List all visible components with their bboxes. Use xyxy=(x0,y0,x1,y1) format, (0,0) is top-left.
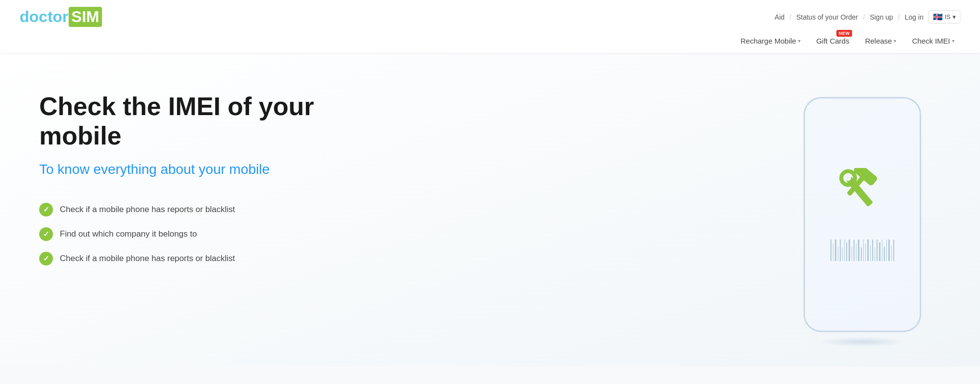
barcode-bar xyxy=(858,240,859,261)
check-imei-nav[interactable]: Check IMEI ▾ xyxy=(906,34,960,48)
separator-1: / xyxy=(789,13,791,21)
barcode-bar xyxy=(884,246,885,261)
barcode-bar xyxy=(844,240,845,261)
barcode-bar xyxy=(891,245,892,261)
tools-icon xyxy=(830,168,894,222)
barcode-bar xyxy=(835,240,836,261)
sign-up-link[interactable]: Sign up xyxy=(870,13,893,21)
chevron-down-icon: ▾ xyxy=(894,38,896,44)
barcode-bar xyxy=(879,242,880,261)
feature-text-3: Check if a mobile phone has reports or b… xyxy=(60,254,235,264)
barcode-bar xyxy=(867,240,869,261)
hero-content: Check the IMEI of your mobile To know ev… xyxy=(39,82,382,265)
feature-text-1: Check if a mobile phone has reports or b… xyxy=(60,205,235,215)
gift-cards-label: Gift Cards xyxy=(816,37,850,45)
barcode-bar xyxy=(865,243,866,261)
logo-doctor: doctor xyxy=(20,8,69,26)
barcode-bar xyxy=(846,242,847,261)
barcode-bar xyxy=(893,240,894,261)
barcode-bar xyxy=(872,240,873,261)
logo-sim: SIM xyxy=(69,7,102,27)
barcode-bar xyxy=(875,247,875,261)
barcode-bar xyxy=(840,240,841,261)
log-in-link[interactable]: Log in xyxy=(905,13,924,21)
barcode xyxy=(826,237,899,261)
feature-item-2: ✓ Find out which company it belongs to xyxy=(39,227,382,241)
barcode-bar xyxy=(861,247,862,261)
barcode-bar xyxy=(854,240,854,261)
phone-outline xyxy=(804,97,921,332)
logo[interactable]: doctorSIM xyxy=(20,7,102,27)
header-top: doctorSIM Aid / Status of your Order / S… xyxy=(20,0,960,30)
barcode-bar xyxy=(849,240,850,261)
check-icon-1: ✓ xyxy=(39,203,53,216)
hero-phone-visual xyxy=(784,72,941,357)
language-selector[interactable]: 🇮🇸 IS ▾ xyxy=(929,10,960,24)
chevron-down-icon: ▾ xyxy=(952,38,955,44)
chevron-down-icon: ▾ xyxy=(953,13,956,21)
barcode-bar xyxy=(863,240,864,261)
barcode-bar xyxy=(830,240,831,261)
barcode-bar xyxy=(852,246,852,261)
barcode-bar xyxy=(842,247,843,261)
feature-item-3: ✓ Check if a mobile phone has reports or… xyxy=(39,252,382,265)
new-badge: NEW xyxy=(836,30,853,37)
header-bottom-nav: Recharge Mobile ▾ Gift Cards NEW Release… xyxy=(20,30,960,53)
separator-3: / xyxy=(898,13,900,21)
hero-section: Check the IMEI of your mobile To know ev… xyxy=(0,53,980,366)
release-label: Release xyxy=(865,37,892,45)
barcode-bar xyxy=(882,240,882,261)
barcode-bar xyxy=(833,243,833,261)
barcode-bar xyxy=(888,240,890,261)
feature-list: ✓ Check if a mobile phone has reports or… xyxy=(39,203,382,265)
chevron-down-icon: ▾ xyxy=(798,38,801,44)
gift-cards-wrapper: Gift Cards NEW xyxy=(810,34,855,48)
recharge-mobile-nav[interactable]: Recharge Mobile ▾ xyxy=(735,34,806,48)
check-icon-2: ✓ xyxy=(39,227,53,241)
release-nav[interactable]: Release ▾ xyxy=(859,34,902,48)
hero-title: Check the IMEI of your mobile xyxy=(39,92,382,151)
check-icon-3: ✓ xyxy=(39,252,53,265)
aid-link[interactable]: Aid xyxy=(775,13,784,21)
flag-icon: 🇮🇸 xyxy=(933,12,943,22)
hero-subtitle: To know everything about your mobile xyxy=(39,161,382,178)
barcode-bar xyxy=(838,246,838,261)
barcode-bar xyxy=(870,245,871,261)
order-status-link[interactable]: Status of your Order xyxy=(796,13,858,21)
feature-text-2: Find out which company it belongs to xyxy=(60,229,197,239)
barcode-bar xyxy=(886,240,887,261)
lang-code: IS xyxy=(945,13,951,21)
header: doctorSIM Aid / Status of your Order / S… xyxy=(0,0,980,53)
barcode-bar xyxy=(856,243,856,261)
barcode-bar xyxy=(877,240,878,261)
check-imei-label: Check IMEI xyxy=(912,37,950,45)
separator-2: / xyxy=(863,13,865,21)
phone-shadow xyxy=(818,337,906,347)
top-nav: Aid / Status of your Order / Sign up / L… xyxy=(775,10,960,24)
recharge-mobile-label: Recharge Mobile xyxy=(741,37,796,45)
feature-item-1: ✓ Check if a mobile phone has reports or… xyxy=(39,203,382,216)
